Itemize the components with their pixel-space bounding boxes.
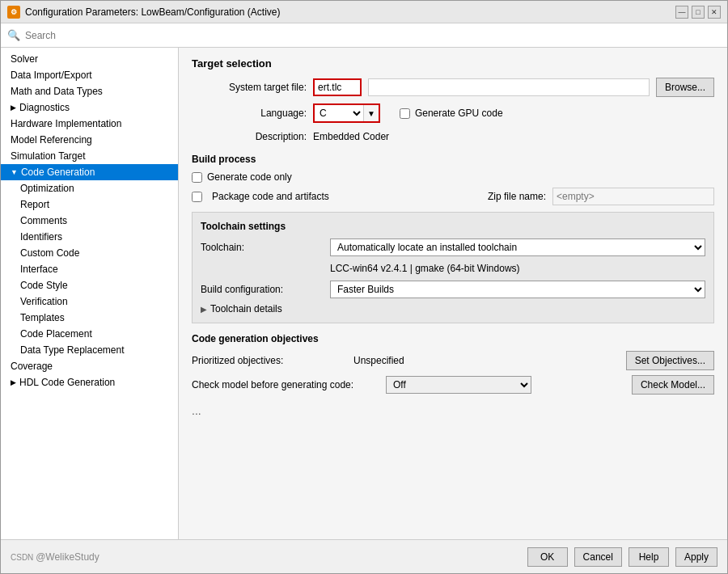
check-model-button[interactable]: Check Model... [632,375,714,395]
sidebar-item-hdl-code-gen[interactable]: ▶ HDL Code Generation [1,374,178,390]
generate-code-only-label: Generate code only [207,171,292,183]
sidebar-label: Coverage [11,361,53,372]
sidebar-label: Interface [20,264,58,275]
check-model-select[interactable]: Off On [386,376,531,394]
cancel-button[interactable]: Cancel [574,547,622,567]
check-model-row: Check model before generating code: Off … [192,375,714,395]
language-dropdown-arrow[interactable]: ▼ [363,105,379,121]
arrow-icon: ▼ [11,168,18,176]
sidebar-label: Verification [20,296,68,307]
system-target-input[interactable] [313,78,362,96]
generate-gpu-code-checkbox[interactable] [400,108,410,119]
package-code-control: Package code and artifacts [192,191,488,202]
build-config-select[interactable]: Faster Builds [330,281,705,298]
check-model-label: Check model before generating code: [192,379,386,390]
package-code-row: Package code and artifacts Zip file name… [192,188,714,205]
system-target-path-input[interactable] [368,78,650,96]
prioritized-value-wrap: Unspecified Set Objectives... [353,351,714,370]
language-control: C C++ ▼ Generate GPU code [313,103,714,123]
search-bar: 🔍 [1,23,727,48]
sidebar: Solver Data Import/Export Math and Data … [1,48,179,539]
build-config-row: Build configuration: Faster Builds [201,281,705,298]
title-bar-left: ⚙ Configuration Parameters: LowBeam/Conf… [7,6,280,19]
sidebar-item-math-data[interactable]: Math and Data Types [1,83,178,99]
sidebar-item-solver[interactable]: Solver [1,51,178,67]
set-objectives-button[interactable]: Set Objectives... [626,351,714,370]
browse-button[interactable]: Browse... [656,78,714,97]
sidebar-item-data-type-replace[interactable]: Data Type Replacement [1,342,178,358]
language-select[interactable]: C C++ [315,105,363,121]
window-title: Configuration Parameters: LowBeam/Config… [25,6,280,18]
generate-gpu-code-checkbox-row: Generate GPU code [400,108,503,119]
sidebar-label: Code Generation [21,167,95,178]
target-selection-title: Target selection [192,57,714,70]
zip-file-label: Zip file name: [488,191,546,202]
sidebar-item-data-import[interactable]: Data Import/Export [1,67,178,83]
sidebar-label: Hardware Implementation [11,118,121,129]
build-config-label: Build configuration: [201,284,330,295]
system-target-control: Browse... [313,78,714,97]
content-area: Target selection System target file: Bro… [179,48,727,539]
toolchain-row: Toolchain: Automatically locate an insta… [201,238,705,256]
apply-button[interactable]: Apply [675,547,717,567]
watermark-text: CSDN @WelikeStudy [11,551,521,563]
minimize-button[interactable]: — [675,6,688,19]
generate-gpu-code-label: Generate GPU code [415,108,503,119]
sidebar-item-code-style[interactable]: Code Style [1,277,178,293]
ok-button[interactable]: OK [527,547,568,567]
sidebar-item-report[interactable]: Report [1,196,178,213]
sidebar-item-verification[interactable]: Verification [1,293,178,310]
sidebar-item-templates[interactable]: Templates [1,310,178,326]
zip-filename-control: Zip file name: [488,188,714,205]
package-code-checkbox[interactable] [192,192,202,202]
ellipsis: ... [192,401,714,420]
sidebar-item-hardware[interactable]: Hardware Implementation [1,116,178,132]
sidebar-label: Data Import/Export [11,70,92,81]
sidebar-label: Diagnostics [19,102,70,113]
help-button[interactable]: Help [629,547,669,567]
code-gen-objectives-title: Code generation objectives [192,333,714,344]
sidebar-label: Comments [20,215,67,226]
sidebar-item-diagnostics[interactable]: ▶ Diagnostics [1,99,178,116]
toolchain-value: Automatically locate an installed toolch… [330,238,705,256]
sidebar-label: Simulation Target [11,150,86,162]
description-value: Embedded Coder [313,129,389,144]
toolchain-details-label: Toolchain details [210,303,282,314]
toolchain-settings: Toolchain settings Toolchain: Automatica… [192,212,714,323]
toolchain-select[interactable]: Automatically locate an installed toolch… [330,238,705,256]
sidebar-label: Math and Data Types [11,86,103,97]
arrow-icon: ▶ [11,378,16,386]
prioritized-objectives-row: Prioritized objectives: Unspecified Set … [192,351,714,370]
sidebar-item-model-ref[interactable]: Model Referencing [1,132,178,148]
sidebar-label: Templates [20,312,65,323]
toolchain-subtext: LCC-win64 v2.4.1 | gmake (64-bit Windows… [330,261,520,276]
build-config-dropdown-wrap: Faster Builds [330,281,705,298]
app-icon: ⚙ [7,6,20,19]
sidebar-label: Identifiers [20,231,62,243]
generate-code-only-checkbox[interactable] [192,172,202,183]
zip-filename-input[interactable] [552,188,714,205]
sidebar-item-identifiers[interactable]: Identifiers [1,229,178,245]
description-row: Description: Embedded Coder [192,129,714,144]
search-input[interactable] [25,30,721,41]
sidebar-item-sim-target[interactable]: Simulation Target [1,148,178,164]
toolchain-settings-title: Toolchain settings [201,221,705,232]
arrow-icon: ▶ [11,103,16,112]
sidebar-label: Custom Code [20,247,79,259]
sidebar-item-coverage[interactable]: Coverage [1,358,178,374]
bottom-bar: CSDN @WelikeStudy OK Cancel Help Apply [1,539,727,573]
sidebar-item-optimization[interactable]: Optimization [1,180,178,196]
language-select-wrapper: C C++ ▼ [313,103,380,123]
prioritized-label: Prioritized objectives: [192,355,353,366]
sidebar-item-interface[interactable]: Interface [1,261,178,277]
sidebar-item-code-gen[interactable]: ▼ Code Generation [1,164,178,180]
sidebar-item-custom-code[interactable]: Custom Code [1,245,178,261]
package-code-label: Package code and artifacts [212,191,329,202]
sidebar-item-code-placement[interactable]: Code Placement [1,326,178,342]
toolchain-details-row[interactable]: ▶ Toolchain details [201,303,705,314]
language-row: Language: C C++ ▼ Generate GPU code [192,103,714,123]
sidebar-item-comments[interactable]: Comments [1,213,178,229]
sidebar-label: Solver [11,53,38,65]
maximize-button[interactable]: □ [692,6,705,19]
close-button[interactable]: ✕ [708,6,721,19]
